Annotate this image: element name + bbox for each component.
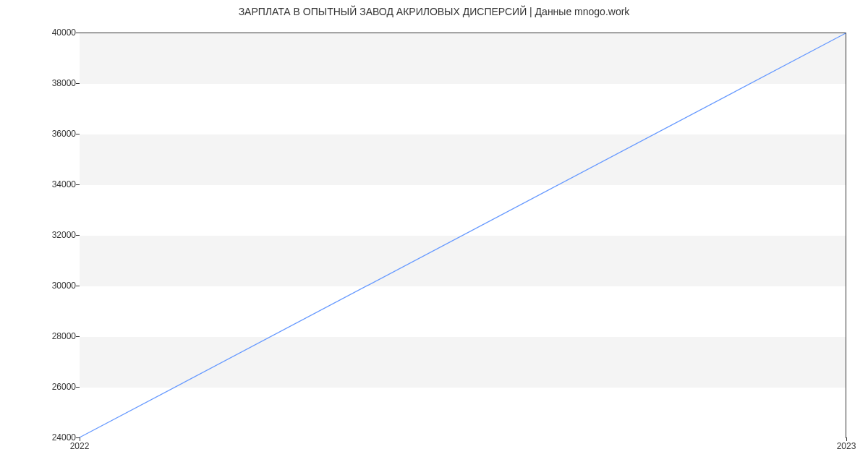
y-tick-label: 30000: [33, 281, 76, 291]
plot-area: [80, 33, 846, 437]
y-tick-mark: [76, 83, 80, 84]
y-tick-mark: [76, 134, 80, 134]
chart-title: ЗАРПЛАТА В ОПЫТНЫЙ ЗАВОД АКРИЛОВЫХ ДИСПЕ…: [0, 6, 868, 17]
y-tick-label: 32000: [33, 230, 76, 240]
y-tick-label: 36000: [33, 129, 76, 139]
y-tick-mark: [76, 286, 80, 286]
y-tick-mark: [76, 184, 80, 185]
y-tick-label: 40000: [33, 27, 76, 38]
y-tick-label: 28000: [33, 331, 76, 341]
x-tick-mark: [80, 437, 80, 441]
x-tick-mark: [846, 437, 847, 441]
x-tick-label: 2023: [837, 441, 856, 451]
chart-line: [80, 33, 846, 437]
y-tick-mark: [76, 235, 80, 236]
chart-line-svg: [80, 33, 846, 437]
y-tick-mark: [76, 387, 80, 388]
x-tick-label: 2022: [70, 441, 90, 451]
y-tick-label: 34000: [33, 179, 76, 189]
y-tick-mark: [76, 336, 80, 337]
y-tick-label: 38000: [33, 78, 76, 88]
y-tick-mark: [76, 33, 80, 33]
y-tick-label: 26000: [33, 382, 76, 392]
